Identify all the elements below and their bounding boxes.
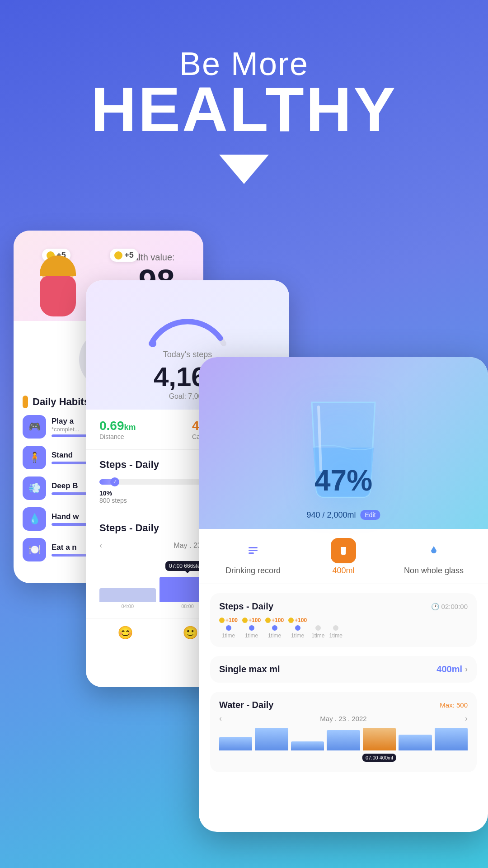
card-water: 47% 940 / 2,000ml Edit Drinking record xyxy=(199,357,488,832)
water-bar-rect-6 xyxy=(399,735,432,750)
cards-area: +5 +5 +5 Health value: 98 xyxy=(0,208,488,868)
single-max-value: 400ml › xyxy=(436,664,468,675)
water-daily-header: Water - Daily Max: 500 xyxy=(219,700,468,710)
water-bar-rect-1 xyxy=(219,737,252,750)
water-header: 47% 940 / 2,000ml Edit xyxy=(199,357,488,529)
water-amount-row: 940 / 2,000ml Edit xyxy=(306,510,380,520)
drink-dot-1 xyxy=(226,625,231,631)
steps-daily-water-title: Steps - Daily xyxy=(219,601,273,612)
water-bar-rect-5: 07:00 400ml xyxy=(363,728,396,750)
drink-time-3: 1time xyxy=(268,632,281,639)
nav-icon-2[interactable]: 🙂 xyxy=(183,625,198,640)
habits-dot xyxy=(23,396,28,408)
habit-icon-4: 💧 xyxy=(23,507,46,531)
tab-record-label: Drinking record xyxy=(225,566,281,576)
drink-time-item-6: 1time xyxy=(329,618,342,639)
tab-400ml-label: 400ml xyxy=(332,566,354,576)
drink-time-item-5: 1time xyxy=(311,618,324,639)
water-daily-title: Water - Daily xyxy=(219,700,273,710)
drink-time-item-2: +100 1time xyxy=(242,617,261,639)
drink-time-6: 1time xyxy=(329,632,342,639)
nav-icon-1[interactable]: 😊 xyxy=(117,625,133,640)
single-max-row[interactable]: Single max ml 400ml › xyxy=(210,656,477,683)
drink-reward-4: +100 xyxy=(288,617,307,623)
water-bar-item-1 xyxy=(219,728,252,750)
drink-time-item-4: +100 1time xyxy=(288,617,307,639)
water-bar-chart: 07:00 400ml xyxy=(219,728,468,764)
water-bar-item-2 xyxy=(255,728,288,750)
reward-coin-2 xyxy=(242,618,248,623)
drink-time-item-3: +100 1time xyxy=(265,617,284,639)
chevron-right-icon: › xyxy=(465,665,468,674)
bar-rect-1 xyxy=(99,588,156,602)
drink-dot-5 xyxy=(315,625,321,631)
arrow-down xyxy=(0,155,488,184)
drink-dot-3 xyxy=(272,625,277,631)
chart-date: May . 23 xyxy=(174,542,201,550)
avatar-container: +5 +5 +5 xyxy=(38,240,92,312)
water-bar-rect-2 xyxy=(255,728,288,750)
stat-distance-label: Distance xyxy=(99,433,183,440)
habit-icon-2: 🧍 xyxy=(23,446,46,469)
habit-icon-1: 🎮 xyxy=(23,415,46,439)
stat-distance-value: 0.69km xyxy=(99,419,183,433)
drink-time-2: 1time xyxy=(245,632,258,639)
drink-time-item-1: +100 1time xyxy=(219,617,238,639)
water-tab-record[interactable]: Drinking record xyxy=(208,538,298,584)
drink-time-5: 1time xyxy=(311,632,324,639)
water-daily-max: Max: 500 xyxy=(440,701,468,709)
water-daily-nav: ‹ May . 23 . 2022 › xyxy=(219,714,468,723)
coin-badge-2: +5 xyxy=(110,249,138,262)
water-bar-rect-3 xyxy=(291,741,324,750)
svg-rect-2 xyxy=(249,550,258,551)
bar-label-2: 08:00 xyxy=(181,604,194,609)
water-tabs: Drinking record 400ml Non whole glass xyxy=(199,529,488,584)
steps-daily-time: 🕐 02:00:00 xyxy=(431,603,468,611)
water-bar-item-3 xyxy=(291,728,324,750)
coin-icon-2 xyxy=(114,251,122,259)
svg-rect-3 xyxy=(249,552,254,554)
water-amount-text: 940 / 2,000ml xyxy=(306,510,356,520)
water-nav-next[interactable]: › xyxy=(465,714,468,723)
drink-time-1: 1time xyxy=(222,632,235,639)
clock-icon: 🕐 xyxy=(431,603,440,611)
svg-point-0 xyxy=(149,340,156,347)
habits-label: Daily Habits xyxy=(33,396,89,408)
edit-badge[interactable]: Edit xyxy=(360,510,380,520)
water-bar-item-5: 07:00 400ml xyxy=(363,728,396,750)
habit-icon-5: 🍽️ xyxy=(23,538,46,561)
water-bar-rect-4 xyxy=(327,730,360,750)
tab-record-icon xyxy=(240,538,266,563)
tab-non-whole-icon xyxy=(421,538,446,563)
water-daily-section: Water - Daily Max: 500 ‹ May . 23 . 2022… xyxy=(210,692,477,772)
steps-daily-water-section: Steps - Daily 🕐 02:00:00 +100 1time +100 xyxy=(210,593,477,647)
drink-reward-1: +100 xyxy=(219,617,238,623)
habit-icon-3: 💨 xyxy=(23,476,46,500)
arrow-triangle-icon xyxy=(219,155,269,184)
header-section: Be More HEALTHY xyxy=(0,0,488,184)
single-max-label: Single max ml xyxy=(219,664,280,675)
reward-coin-3 xyxy=(265,618,271,623)
chart-nav-prev[interactable]: ‹ xyxy=(99,541,102,550)
water-content: Steps - Daily 🕐 02:00:00 +100 1time +100 xyxy=(199,584,488,781)
water-tab-non-whole[interactable]: Non whole glass xyxy=(389,538,479,584)
water-nav-prev[interactable]: ‹ xyxy=(219,714,222,723)
glass-icon xyxy=(338,545,349,556)
drink-dot-4 xyxy=(295,625,300,631)
pbar-label-left: 10% 800 steps xyxy=(99,490,127,504)
bar-item-1: 04:00 xyxy=(99,555,156,609)
steps-daily-header: Steps - Daily 🕐 02:00:00 xyxy=(219,601,468,612)
water-bar-rect-7 xyxy=(435,728,468,750)
steps-arc-svg xyxy=(142,294,233,348)
stat-distance: 0.69km Distance xyxy=(99,419,183,440)
water-bar-item-4 xyxy=(327,728,360,750)
reward-coin-1 xyxy=(219,618,225,623)
water-bar-item-6 xyxy=(399,728,432,750)
water-daily-date: May . 23 . 2022 xyxy=(320,715,366,722)
drink-reward-3: +100 xyxy=(265,617,284,623)
water-tab-400ml[interactable]: 400ml xyxy=(298,538,389,584)
water-bar-tooltip: 07:00 400ml xyxy=(362,754,396,762)
svg-rect-1 xyxy=(249,547,258,548)
water-bar-item-7 xyxy=(435,728,468,750)
drink-reward-2: +100 xyxy=(242,617,261,623)
